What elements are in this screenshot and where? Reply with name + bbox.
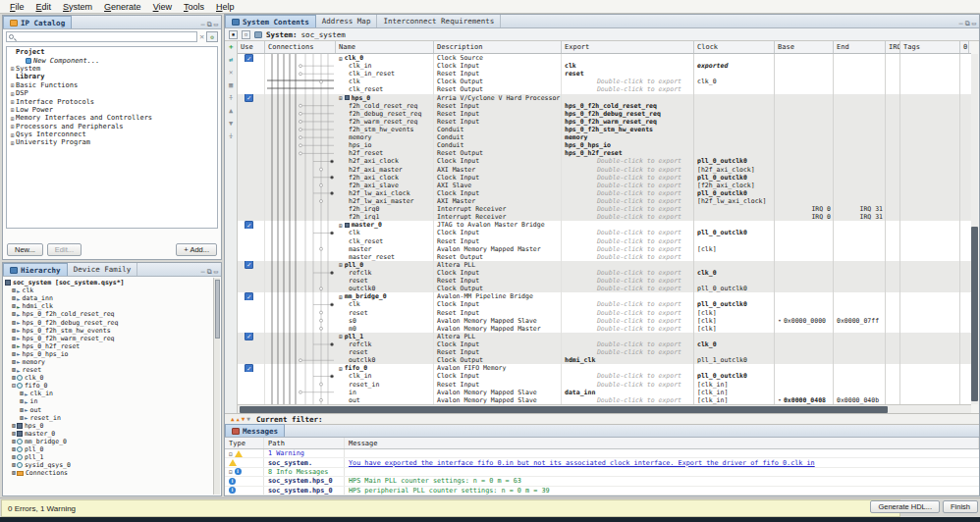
table-horizontal-scrollbar[interactable] [238,404,971,413]
export-cell[interactable]: Double-click to export [562,253,694,261]
use-checkbox[interactable]: ✓ [245,261,253,269]
minimize-icon[interactable]: ‒ [959,20,963,27]
hierarchy-item-hps-0-h2f-reset[interactable]: ⊞►hps_0_h2f_reset [4,342,213,350]
export-cell[interactable]: Double-click to export [562,174,694,182]
export-cell[interactable] [562,292,694,300]
export-cell[interactable]: Double-click to export [562,237,694,245]
expand-icon[interactable]: ⊞ [339,365,343,372]
catalog-item-interface-protocols[interactable]: ⊞Interface Protocols [7,97,217,105]
expand-icon[interactable]: ⊞ [339,333,343,339]
tab-device-family[interactable]: Device Family [68,263,138,276]
table-row-clk[interactable]: clkClock InputDouble-click to exportpll_… [238,300,971,308]
export-cell[interactable]: Double-click to export [562,372,694,380]
menu-view[interactable]: View [147,2,178,12]
table-row-clk_reset[interactable]: clk_resetReset OutputDouble-click to exp… [238,85,971,93]
catalog-item-university-program[interactable]: ⊞University Program [7,138,217,146]
catalog-item-project[interactable]: Project [7,48,217,56]
hierarchy-item-connections[interactable]: ⊞Connections [4,469,213,477]
column-header-connections[interactable]: Connections [265,41,336,53]
export-cell[interactable]: Double-click to export [562,277,694,285]
export-cell[interactable]: hps_0_hps_io [562,141,694,149]
table-row-clk_reset[interactable]: clk_resetReset InputDouble-click to expo… [238,237,971,245]
expand-icon[interactable]: ⊞ [339,293,343,300]
move-down-small-icon[interactable]: ▼ [246,416,250,422]
restore-icon[interactable]: ⧉ [207,21,212,28]
move-bottom-icon[interactable]: ⍖ [226,132,237,141]
maximize-icon[interactable]: ▭ [214,268,218,276]
hierarchy-item-memory[interactable]: ⊞►memory [4,358,213,366]
hierarchy-item-master-0[interactable]: ⊞master_0 [4,430,213,438]
table-row-refclk[interactable]: refclkClock InputDouble-click to exportc… [238,340,971,348]
add-icon[interactable]: ＋ [226,43,237,52]
table-row-out[interactable]: outAvalon Memory Mapped SlaveDouble-clic… [238,396,971,404]
hierarchy-item-clk-in[interactable]: ⊞►clk_in [4,390,213,397]
tab-interconnect-requirements[interactable]: Interconnect Requirements [377,15,501,27]
move-down-icon[interactable]: ▼ [226,120,237,129]
expand-icon[interactable]: ⊞ [339,55,343,62]
hierarchy-item-hps-0-f2h-debug-reset-req[interactable]: ⊞►hps_0_f2h_debug_reset_req [4,318,213,326]
table-row-h2f_axi_master[interactable]: h2f_axi_masterAXI MasterDouble-click to … [238,166,971,174]
table-row-memory[interactable]: memoryConduitmemory [238,133,971,141]
table-row-h2f_reset[interactable]: h2f_resetReset Outputhps_0_h2f_reset [238,149,971,157]
export-cell[interactable]: Double-click to export [562,309,694,317]
catalog-item-new-component-[interactable]: New Component... [7,56,217,64]
hierarchy-item-mm-bridge-0[interactable]: ⊞mm_bridge_0 [4,438,213,445]
table-row-f2h_warm_reset_req[interactable]: f2h_warm_reset_reqReset Inputhps_0_f2h_w… [238,118,971,126]
hierarchy-item-reset-in[interactable]: ⊞►reset_in [4,414,213,422]
table-row-outclk0[interactable]: outclk0Clock OutputDouble-click to expor… [238,285,971,292]
remove-icon[interactable]: ✕ [226,69,237,78]
table-row-reset_in[interactable]: reset_inReset InputDouble-click to expor… [238,380,971,388]
export-cell[interactable]: Double-click to export [562,300,694,308]
tab-hierarchy[interactable]: Hierarchy [3,263,68,276]
table-row-clk[interactable]: clkClock InputDouble-click to exportpll_… [238,229,971,236]
table-row-f2h_irq1[interactable]: f2h_irq1Interrupt ReceiverDouble-click t… [238,213,971,221]
clear-search-icon[interactable]: ✕ [199,32,204,41]
menu-generate[interactable]: Generate [98,2,147,12]
use-checkbox[interactable]: ✓ [245,94,253,102]
menu-edit[interactable]: Edit [30,2,58,12]
maximize-icon[interactable]: ▭ [214,21,218,28]
catalog-item-processors-and-peripherals[interactable]: ⊞Processors and Peripherals [7,123,217,130]
restore-icon[interactable]: ⧉ [207,268,212,276]
collapse-all-icon[interactable]: ▪ [229,30,238,39]
export-cell[interactable]: Double-click to export [562,285,694,292]
export-cell[interactable]: Double-click to export [562,340,694,348]
catalog-item-system[interactable]: ⊞System [7,65,217,73]
hierarchy-item-hps-0-f2h-cold-reset-req[interactable]: ⊞►hps_0_f2h_cold_reset_req [4,310,213,318]
export-cell[interactable]: Double-click to export [562,166,694,174]
column-header-export[interactable]: Export [562,41,694,53]
export-cell[interactable]: Double-click to export [562,189,694,197]
column-header-name[interactable]: Name [336,41,434,53]
connect-icon[interactable]: ⇄ [226,56,237,65]
catalog-item-low-power[interactable]: ⊞Low Power [7,106,217,114]
add-button[interactable]: + Add... [176,243,217,256]
export-cell[interactable]: Double-click to export [562,85,694,93]
table-row-hps_io[interactable]: hps_ioConduithps_0_hps_io [238,141,971,149]
table-row-f2h_axi_clock[interactable]: f2h_axi_clockClock InputDouble-click to … [238,174,971,182]
menu-system[interactable]: System [57,2,98,12]
export-cell[interactable]: data_inn [562,389,694,396]
messages-column-path[interactable]: Path [264,438,345,448]
tab-ip-catalog[interactable]: IP Catalog [3,16,72,28]
hierarchy-item-hps-0-f2h-warm-reset-req[interactable]: ⊞►hps_0_f2h_warm_reset_req [4,335,213,342]
hierarchy-item-clk[interactable]: ⊞►clk [4,287,213,294]
column-header-clock[interactable]: Clock [694,41,775,53]
catalog-item-dsp[interactable]: ⊞DSP [7,89,217,97]
export-cell[interactable]: Double-click to export [562,380,694,388]
use-checkbox[interactable]: ✓ [245,54,253,62]
export-cell[interactable]: Double-click to export [562,325,694,333]
hierarchy-item-sysid-qsys-0[interactable]: ⊞sysid_qsys_0 [4,461,213,469]
new-button[interactable]: New... [7,243,43,256]
expand-icon[interactable]: ⊞ [339,94,343,101]
catalog-item-basic-functions[interactable]: ⊞Basic Functions [7,81,217,89]
export-cell[interactable]: Double-click to export [562,213,694,221]
hierarchy-item-pll-1[interactable]: ⊞pll_1 [4,453,213,461]
export-cell[interactable]: memory [562,133,694,141]
table-row-reset[interactable]: resetReset InputDouble-click to export[c… [238,309,971,317]
table-row-s0[interactable]: s0Avalon Memory Mapped SlaveDouble-click… [238,317,971,325]
export-cell[interactable]: Double-click to export [562,348,694,356]
tab-address-map[interactable]: Address Map [316,15,378,27]
table-row-hps_0[interactable]: ✓⊞hps_0Arria V/Cyclone V Hard Processor … [238,94,971,102]
export-cell[interactable] [562,333,694,340]
edit-button[interactable]: Edit... [47,243,82,256]
